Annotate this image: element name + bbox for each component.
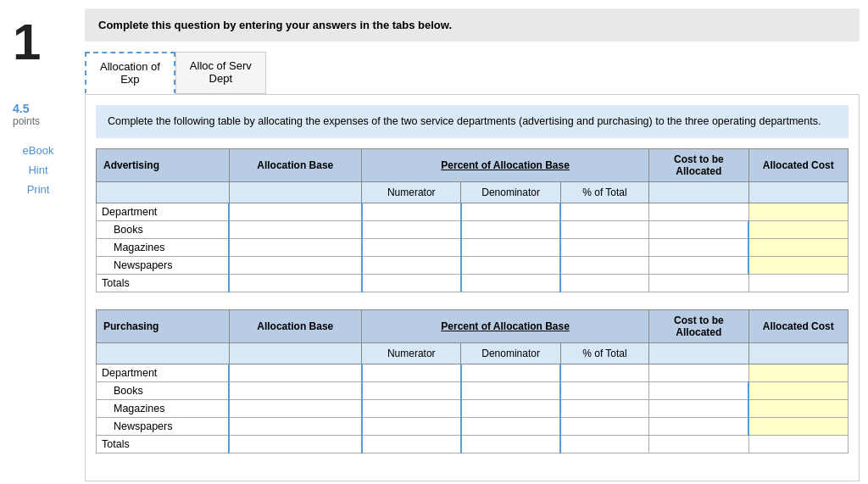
adv-books-denominator[interactable] xyxy=(461,220,560,238)
adv-books-cost[interactable] xyxy=(649,220,748,238)
purch-dept-alloc-cost xyxy=(748,364,848,381)
purch-totals-alloc-base[interactable] xyxy=(229,435,362,453)
purch-books-alloc-cost[interactable] xyxy=(748,381,848,399)
purch-dept-alloc-base[interactable] xyxy=(229,364,362,381)
adv-totals-alloc-base[interactable] xyxy=(229,274,362,292)
purch-books-numerator[interactable] xyxy=(362,381,461,399)
adv-books-alloc-cost[interactable] xyxy=(748,220,848,238)
adv-totals-alloc-cost[interactable] xyxy=(748,274,848,292)
adv-totals-denominator[interactable] xyxy=(461,274,560,292)
adv-newspapers-alloc-base[interactable] xyxy=(229,256,362,274)
main-content: Complete this question by entering your … xyxy=(76,0,868,484)
purch-denominator-header: Denominator xyxy=(461,342,560,364)
adv-dept-cost-input xyxy=(654,206,743,218)
purch-books-denominator[interactable] xyxy=(461,381,560,399)
adv-newspapers-cost[interactable] xyxy=(649,256,748,274)
adv-books-numerator[interactable] xyxy=(362,220,461,238)
adv-row-magazines: Magazines xyxy=(97,238,849,256)
adv-dept-alloc-cost xyxy=(748,203,848,220)
purch-totals-alloc-cost[interactable] xyxy=(748,435,848,453)
adv-newspapers-numerator[interactable] xyxy=(362,256,461,274)
adv-books-alloc-base[interactable] xyxy=(229,220,362,238)
purch-newspapers-percent[interactable] xyxy=(560,417,648,435)
purch-newspapers-numerator[interactable] xyxy=(362,417,461,435)
adv-newspapers-alloc-cost[interactable] xyxy=(748,256,848,274)
adv-dept-alloc-base-input xyxy=(235,206,356,218)
adv-dept-subheader xyxy=(97,181,230,203)
purch-magazines-numerator[interactable] xyxy=(362,399,461,417)
purch-magazines-cost[interactable] xyxy=(649,399,748,417)
purch-totals-denominator[interactable] xyxy=(461,435,560,453)
purch-totals-numerator[interactable] xyxy=(362,435,461,453)
adv-row-books: Books xyxy=(97,220,849,238)
adv-magazines-cost[interactable] xyxy=(649,238,748,256)
adv-magazines-alloc-base[interactable] xyxy=(229,238,362,256)
adv-magazines-denominator[interactable] xyxy=(461,238,560,256)
adv-alloc-cost-sub xyxy=(748,181,848,203)
purch-totals-percent[interactable] xyxy=(560,435,648,453)
purch-dept-numerator[interactable] xyxy=(362,364,461,381)
adv-dept-label: Department xyxy=(97,203,230,220)
adv-dept-percent[interactable] xyxy=(560,203,648,220)
purch-dept-label: Department xyxy=(97,364,230,381)
adv-books-percent[interactable] xyxy=(560,220,648,238)
adv-dept-cost[interactable] xyxy=(649,203,748,220)
purch-percent-total-header: % of Total xyxy=(560,342,648,364)
purch-dept-cost[interactable] xyxy=(649,364,748,381)
adv-allocation-base-header: Allocation Base xyxy=(229,148,362,181)
purch-allocation-base-header: Allocation Base xyxy=(229,309,362,342)
purch-dept-denominator[interactable] xyxy=(461,364,560,381)
adv-magazines-numerator[interactable] xyxy=(362,238,461,256)
purch-books-cost[interactable] xyxy=(649,381,748,399)
purch-magazines-denominator[interactable] xyxy=(461,399,560,417)
adv-totals-percent[interactable] xyxy=(560,274,648,292)
adv-percent-header: Percent of Allocation Base xyxy=(362,148,649,181)
adv-magazines-alloc-cost[interactable] xyxy=(748,238,848,256)
purch-cost-sub xyxy=(649,342,748,364)
adv-newspapers-percent[interactable] xyxy=(560,256,648,274)
purch-newspapers-alloc-cost[interactable] xyxy=(748,417,848,435)
adv-section-header: Advertising xyxy=(97,148,230,181)
purch-books-label: Books xyxy=(97,381,230,399)
purch-books-alloc-base[interactable] xyxy=(229,381,362,399)
purch-totals-label: Totals xyxy=(97,435,230,453)
points-value: 4.5 xyxy=(13,102,64,115)
purch-magazines-alloc-cost[interactable] xyxy=(748,399,848,417)
purch-numerator-header: Numerator xyxy=(362,342,461,364)
ebook-link[interactable]: eBook xyxy=(13,144,64,157)
purch-magazines-alloc-base[interactable] xyxy=(229,399,362,417)
description-text: Complete the following table by allocati… xyxy=(96,105,849,138)
purch-magazines-percent[interactable] xyxy=(560,399,648,417)
purch-books-percent[interactable] xyxy=(560,381,648,399)
purch-newspapers-cost[interactable] xyxy=(649,417,748,435)
print-link[interactable]: Print xyxy=(13,183,64,196)
adv-newspapers-label: Newspapers xyxy=(97,256,230,274)
purch-cost-allocated-header: Cost to beAllocated xyxy=(649,309,748,342)
instruction-box: Complete this question by entering your … xyxy=(85,8,860,42)
adv-books-label: Books xyxy=(97,220,230,238)
adv-dept-numerator[interactable] xyxy=(362,203,461,220)
sidebar: 1 4.5 points eBook Hint Print xyxy=(0,0,76,484)
purch-row-department: Department xyxy=(97,364,849,381)
adv-dept-alloc-base[interactable] xyxy=(229,203,362,220)
adv-dept-denominator[interactable] xyxy=(461,203,560,220)
purch-totals-cost[interactable] xyxy=(649,435,748,453)
adv-totals-numerator[interactable] xyxy=(362,274,461,292)
tab-alloc-exp[interactable]: Allocation ofExp xyxy=(85,52,175,94)
tab-alloc-serv-dept[interactable]: Alloc of ServDept xyxy=(175,52,266,94)
adv-magazines-percent[interactable] xyxy=(560,238,648,256)
hint-link[interactable]: Hint xyxy=(13,164,64,176)
question-number: 1 xyxy=(13,17,64,68)
purch-row-magazines: Magazines xyxy=(97,399,849,417)
purch-newspapers-denominator[interactable] xyxy=(461,417,560,435)
purch-dept-percent[interactable] xyxy=(560,364,648,381)
purch-newspapers-alloc-base[interactable] xyxy=(229,417,362,435)
adv-row-department: Department xyxy=(97,203,849,220)
adv-totals-label: Totals xyxy=(97,274,230,292)
purch-alloc-cost-sub xyxy=(748,342,848,364)
adv-newspapers-denominator[interactable] xyxy=(461,256,560,274)
adv-dept-den-input xyxy=(467,206,554,218)
purch-section-header: Purchasing xyxy=(97,309,230,342)
adv-totals-cost[interactable] xyxy=(649,274,748,292)
adv-row-newspapers: Newspapers xyxy=(97,256,849,274)
